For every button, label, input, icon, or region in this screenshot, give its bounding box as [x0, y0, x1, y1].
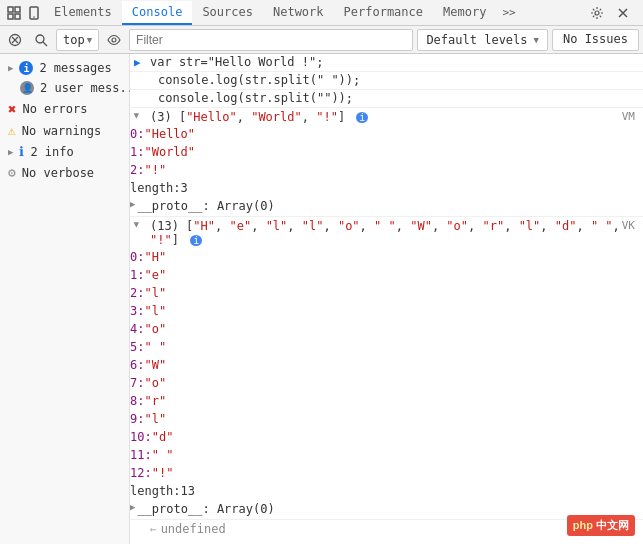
tab-performance[interactable]: Performance [334, 1, 433, 25]
proto2-expand-icon: ▶ [130, 502, 135, 518]
array1-preview: (3) ["Hello", "World", "!"] i [150, 110, 368, 124]
array2-item-10: 10: "d" [130, 429, 643, 447]
svg-point-8 [36, 35, 44, 43]
tab-network[interactable]: Network [263, 1, 334, 25]
tab-elements[interactable]: Elements [44, 1, 122, 25]
array2-header[interactable]: ▶ (13) ["H", "e", "l", "l", "o", " ", "W… [130, 217, 643, 249]
console-input-line-2: console.log(str.split(" ")); [130, 72, 643, 90]
svg-rect-3 [15, 14, 20, 19]
array1-proto-label: __proto__: Array(0) [137, 199, 274, 215]
array1-proto[interactable]: ▶ __proto__: Array(0) [130, 198, 643, 216]
sidebar-item-warnings[interactable]: ⚠ No warnings [0, 120, 129, 141]
array2-length: length: 13 [130, 483, 643, 501]
array2-item-0: 0: "H" [130, 249, 643, 267]
sidebar: ▶ i 2 messages 👤 2 user mess... ✖ No err… [0, 54, 130, 544]
warning-icon: ⚠ [8, 123, 16, 138]
php-watermark: php 中文网 [567, 515, 635, 536]
verbose-label: No verbose [22, 166, 94, 180]
inspect-icon[interactable] [4, 3, 24, 23]
svg-rect-1 [15, 7, 20, 12]
input-arrow: ▶ [134, 56, 141, 69]
no-issues-button[interactable]: No Issues [552, 29, 639, 51]
undefined-text: undefined [161, 522, 226, 536]
main-area: ▶ i 2 messages 👤 2 user mess... ✖ No err… [0, 54, 643, 544]
messages-label: 2 messages [39, 61, 111, 75]
filter-input[interactable] [129, 29, 413, 51]
svg-point-10 [112, 38, 116, 42]
svg-point-6 [595, 11, 599, 15]
info-icon: ℹ [19, 144, 24, 159]
array2-item-5: 5: " " [130, 339, 643, 357]
array2-item-6: 6: "W" [130, 357, 643, 375]
array2-proto[interactable]: ▶ __proto__: Array(0) [130, 501, 643, 519]
tab-console[interactable]: Console [122, 1, 193, 25]
array2-preview: (13) ["H", "e", "l", "l", "o", " ", "W",… [150, 219, 622, 247]
user-icon: 👤 [20, 81, 34, 95]
svg-point-5 [33, 16, 35, 18]
array2-item-11: 11: " " [130, 447, 643, 465]
more-tabs-button[interactable]: >> [496, 4, 521, 21]
expand-info-icon: ▶ [8, 147, 13, 157]
prompt-symbol[interactable]: > [134, 540, 142, 544]
console-output-wrapper: ▶ var str="Hello World !"; console.log(s… [130, 54, 643, 544]
code-line-2: console.log(str.split(" ")); [158, 73, 360, 87]
svg-rect-2 [8, 14, 13, 19]
code-line-1: var str="Hello World !"; [150, 55, 323, 69]
user-messages-label: 2 user mess... [40, 81, 141, 95]
array2-item-1: 1: "e" [130, 267, 643, 285]
log-level-selector[interactable]: Default levels ▼ [417, 29, 548, 51]
array1-block: ▶ (3) ["Hello", "World", "!"] i VM 0: "H… [130, 108, 643, 217]
tab-memory[interactable]: Memory [433, 1, 496, 25]
array1-item-2: 2: "!" [130, 162, 643, 180]
array2-source: VK [622, 219, 639, 232]
close-icon[interactable] [613, 3, 633, 23]
array2-item-9: 9: "l" [130, 411, 643, 429]
sidebar-item-verbose[interactable]: ⚙ No verbose [0, 162, 129, 183]
settings-icon[interactable] [587, 3, 607, 23]
level-label: Default levels [426, 33, 527, 47]
sidebar-item-errors[interactable]: ✖ No errors [0, 98, 129, 120]
sidebar-item-user-messages[interactable]: 👤 2 user mess... [0, 78, 129, 98]
verbose-icon: ⚙ [8, 165, 16, 180]
array2-item-2: 2: "l" [130, 285, 643, 303]
error-icon: ✖ [8, 101, 16, 117]
clear-console-button[interactable] [4, 29, 26, 51]
warnings-label: No warnings [22, 124, 101, 138]
filter-icon[interactable] [30, 29, 52, 51]
sidebar-item-messages[interactable]: ▶ i 2 messages [0, 58, 129, 78]
svg-rect-0 [8, 7, 13, 12]
array2-item-12: 12: "!" [130, 465, 643, 483]
array1-expand-icon[interactable]: ▶ [132, 113, 142, 118]
console-input-line-1: ▶ var str="Hello World !"; [130, 54, 643, 72]
array2-item-7: 7: "o" [130, 375, 643, 393]
console-input-line-3: console.log(str.split("")); [130, 90, 643, 108]
console-toolbar: top ▼ Default levels ▼ No Issues [0, 26, 643, 54]
dev-tools-tabs: Elements Console Sources Network Perform… [0, 0, 643, 26]
array1-length: length: 3 [130, 180, 643, 198]
array1-source: VM [622, 110, 639, 123]
array2-block: ▶ (13) ["H", "e", "l", "l", "o", " ", "W… [130, 217, 643, 520]
array2-item-8: 8: "r" [130, 393, 643, 411]
array2-proto-label: __proto__: Array(0) [137, 502, 274, 518]
console-output[interactable]: ▶ var str="Hello World !"; console.log(s… [130, 54, 643, 544]
messages-icon: i [19, 61, 33, 75]
array2-expand-icon[interactable]: ▶ [132, 222, 142, 227]
array2-item-3: 3: "l" [130, 303, 643, 321]
context-selector[interactable]: top ▼ [56, 29, 99, 51]
array1-header[interactable]: ▶ (3) ["Hello", "World", "!"] i VM [130, 108, 643, 126]
expand-messages-icon: ▶ [8, 63, 13, 73]
array2-item-4: 4: "o" [130, 321, 643, 339]
tab-sources[interactable]: Sources [192, 1, 263, 25]
code-line-3: console.log(str.split("")); [158, 91, 353, 105]
svg-line-9 [43, 42, 47, 46]
eye-icon[interactable] [103, 29, 125, 51]
info-label: 2 info [30, 145, 73, 159]
sidebar-item-info[interactable]: ▶ ℹ 2 info [0, 141, 129, 162]
array1-item-0: 0: "Hello" [130, 126, 643, 144]
device-icon[interactable] [24, 3, 44, 23]
context-value: top [63, 33, 85, 47]
prompt-line[interactable]: > [130, 538, 643, 544]
proto1-expand-icon: ▶ [130, 199, 135, 215]
array1-item-1: 1: "World" [130, 144, 643, 162]
chevron-down-icon2: ▼ [534, 35, 539, 45]
